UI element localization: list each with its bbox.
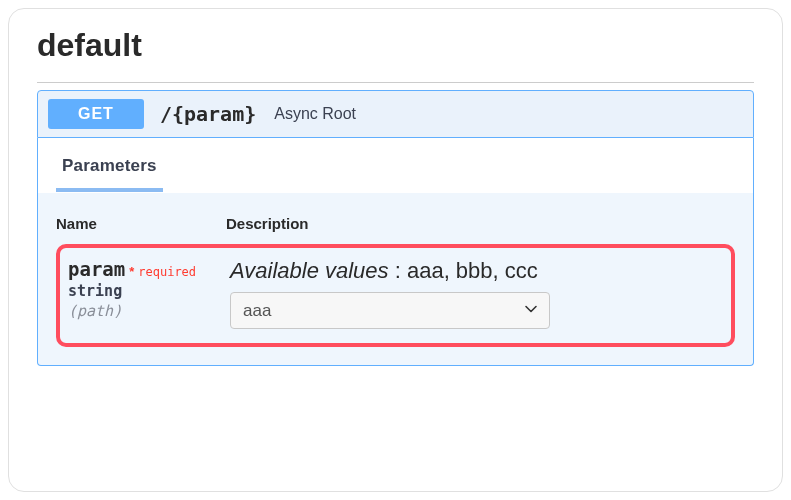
param-description-column: Available values : aaa, bbb, ccc aaa <box>230 258 721 329</box>
param-name: param <box>68 258 125 280</box>
column-name-header: Name <box>56 215 226 232</box>
endpoint-body: Parameters Name Description param * requ… <box>37 138 754 366</box>
endpoint-summary: Async Root <box>274 105 356 123</box>
required-star: * <box>129 264 134 279</box>
param-type: string <box>68 282 230 300</box>
endpoint-header[interactable]: GET /{param} Async Root <box>37 90 754 138</box>
available-values-text: Available values : aaa, bbb, ccc <box>230 258 721 284</box>
required-text: required <box>138 265 196 279</box>
available-values-label: Available values <box>230 258 389 283</box>
available-values-list: aaa, bbb, ccc <box>407 258 538 283</box>
endpoint-path: /{param} <box>160 102 256 126</box>
parameters-area: Name Description param * required string… <box>38 193 753 365</box>
tab-parameters[interactable]: Parameters <box>56 138 163 192</box>
column-headers: Name Description <box>56 215 735 232</box>
param-select-wrap: aaa <box>230 292 550 329</box>
section-title: default <box>37 27 754 64</box>
divider <box>37 82 754 83</box>
param-meta: param * required string (path) <box>68 258 230 329</box>
column-description-header: Description <box>226 215 735 232</box>
tabs-bar: Parameters <box>38 138 753 193</box>
highlight-annotation-box: param * required string (path) Available… <box>56 244 735 347</box>
param-select[interactable]: aaa <box>230 292 550 329</box>
method-badge: GET <box>48 99 144 129</box>
param-in: (path) <box>68 302 230 320</box>
